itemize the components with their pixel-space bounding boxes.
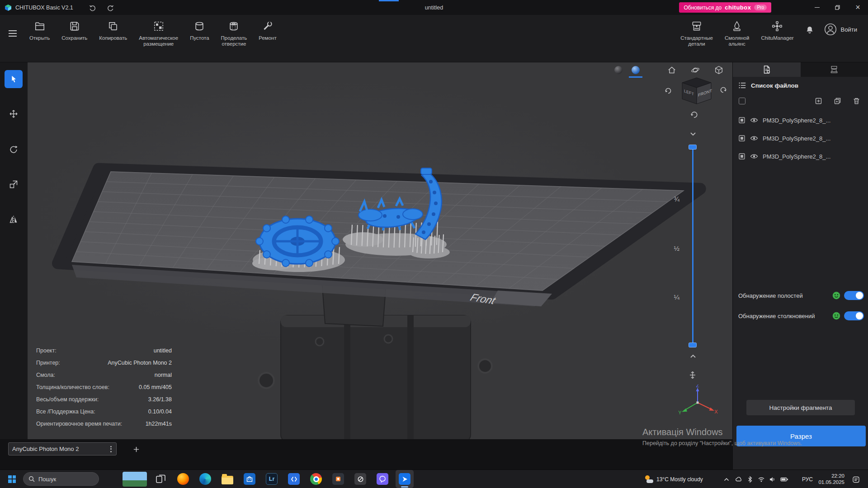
render-mode-transparent-button[interactable]	[629, 63, 642, 77]
toolbar-resin-alliance-button[interactable]: Смолянойальянс	[719, 15, 755, 49]
slider-collapse-bottom-button[interactable]	[687, 352, 699, 361]
delete-file-button[interactable]	[850, 95, 862, 107]
toolbar-save-button[interactable]: Сохранить	[56, 15, 93, 43]
close-button[interactable]: ×	[848, 0, 868, 15]
redo-icon	[107, 4, 114, 11]
widgets-button[interactable]	[123, 472, 147, 487]
right-panel: Список файлов PM3D_PolySphere2_8_... PM3…	[732, 62, 868, 469]
taskbar-search[interactable]: Пошук	[23, 472, 99, 486]
tool-mirror[interactable]	[5, 211, 23, 229]
toolbar-copy-button[interactable]: Копировать	[93, 15, 133, 43]
restore-button[interactable]	[827, 0, 848, 15]
taskbar-app-store[interactable]	[241, 470, 259, 488]
printer-menu-icon[interactable]	[109, 445, 113, 453]
toolbar-hollow-button[interactable]: Пустота	[184, 15, 215, 43]
file-row[interactable]: PM3D_PolySphere2_8_...	[733, 147, 868, 165]
toolbar-chitumanager-button[interactable]: ChituManager	[755, 15, 799, 43]
file-row[interactable]: PM3D_PolySphere2_8_...	[733, 111, 868, 129]
tray-date: 01.05.2025	[816, 479, 844, 486]
reset-height-range-button[interactable]	[686, 369, 699, 381]
home-view-button[interactable]	[665, 64, 678, 76]
minimize-button[interactable]	[807, 0, 827, 15]
rotate-view-ccw-button[interactable]	[689, 109, 699, 120]
lightroom-icon: Lr	[266, 473, 278, 485]
editor-app-icon	[332, 473, 344, 485]
layer-slider-top-handle[interactable]	[689, 145, 697, 150]
tab-file-list[interactable]	[733, 62, 801, 77]
taskbar-app-chrome[interactable]	[307, 470, 325, 488]
transparent-sphere-icon	[632, 66, 640, 74]
orbit-view-button[interactable]	[689, 64, 702, 76]
undo-icon	[89, 4, 96, 11]
file-row[interactable]: PM3D_PolySphere2_8_...	[733, 129, 868, 147]
select-all-checkbox[interactable]	[739, 98, 745, 104]
weather-sun-cloud-icon	[644, 475, 653, 484]
rotate-view-left-button[interactable]	[663, 86, 673, 96]
toolbar-open-button[interactable]: Открыть	[24, 15, 56, 43]
axis-x-label: X	[714, 409, 718, 414]
toolbar-repair-button[interactable]: Ремонт	[253, 15, 282, 43]
layer-slider-bottom-handle[interactable]	[689, 343, 697, 347]
start-button[interactable]	[3, 470, 21, 488]
redo-button[interactable]	[104, 0, 118, 15]
taskbar-app-task-view[interactable]	[152, 470, 170, 488]
cavity-status-smiley-icon	[832, 291, 840, 300]
collision-detection-toggle[interactable]	[844, 311, 864, 320]
login-button[interactable]: Войти	[820, 15, 865, 36]
standard-parts-icon	[691, 20, 703, 32]
tray-language[interactable]: РУС	[802, 476, 813, 483]
rotate-right-icon	[720, 86, 727, 94]
eye-visibility-icon[interactable]	[750, 154, 758, 159]
tab-print-settings[interactable]	[801, 62, 868, 77]
cavity-detection-toggle[interactable]	[844, 291, 864, 300]
perspective-cube-button[interactable]	[712, 64, 725, 76]
eye-visibility-icon[interactable]	[750, 117, 758, 123]
taskbar-app-code[interactable]	[285, 470, 303, 488]
add-group-button[interactable]	[831, 95, 843, 107]
layer-slider-track[interactable]	[692, 148, 693, 346]
toolbar-dig-hole-button[interactable]: Проделатьотверстие	[215, 15, 253, 49]
tray-icons[interactable]	[735, 470, 788, 488]
notification-center-button[interactable]	[851, 474, 861, 484]
file-name: PM3D_PolySphere2_8_...	[763, 135, 830, 142]
upgrade-pro-button[interactable]: Обновиться до chitubox Pro	[679, 2, 771, 13]
tool-scale[interactable]	[5, 175, 23, 193]
eye-visibility-icon[interactable]	[750, 136, 758, 141]
viewport[interactable]: Front	[28, 62, 732, 439]
height-range-icon	[689, 371, 697, 379]
add-printer-button[interactable]	[130, 443, 142, 455]
taskbar-app-utility[interactable]	[351, 470, 369, 488]
taskbar-app-chitubox-active[interactable]	[396, 470, 414, 488]
printer-selector[interactable]: AnyCubic Photon Mono 2	[8, 442, 117, 455]
slice-button[interactable]: Разрез	[736, 426, 866, 446]
axis-gizmo[interactable]: Z X Y	[677, 385, 718, 420]
tray-weather[interactable]: 13°C Mostly cloudy	[644, 470, 703, 488]
repair-wrench-icon	[262, 20, 274, 32]
notification-icon	[852, 476, 860, 483]
tool-translate[interactable]	[5, 105, 23, 123]
tray-clock[interactable]: 22:20 01.05.2025	[816, 473, 844, 485]
add-file-button[interactable]	[812, 95, 824, 107]
notifications-button[interactable]	[800, 19, 820, 42]
taskbar-app-explorer[interactable]	[218, 470, 236, 488]
taskbar-app-viber[interactable]	[373, 470, 392, 488]
tool-rotate[interactable]	[5, 141, 23, 159]
taskbar-app-firefox[interactable]	[174, 470, 192, 488]
taskbar-app-lightroom[interactable]: Lr	[263, 470, 281, 488]
undo-button[interactable]	[86, 0, 99, 15]
taskbar-app-edge[interactable]	[196, 470, 214, 488]
fragment-settings-button[interactable]: Настройки фрагмента	[746, 400, 855, 415]
taskbar-app-editor[interactable]	[329, 470, 347, 488]
task-view-icon	[156, 474, 166, 484]
rotate-view-right-button[interactable]	[718, 85, 728, 95]
render-mode-solid-button[interactable]	[612, 63, 625, 77]
tool-move-model[interactable]	[5, 70, 23, 88]
slider-collapse-top-button[interactable]	[687, 129, 699, 138]
tray-expand-button[interactable]	[722, 475, 731, 483]
app-logo-icon	[5, 4, 12, 11]
view-cube[interactable]: LEFT FRONT	[677, 76, 716, 108]
toolbar-standard-parts-button[interactable]: Стандартныедетали	[675, 15, 719, 49]
toolbar-auto-layout-button[interactable]: Автоматическоеразмещение	[133, 15, 184, 49]
windows-logo-icon	[8, 475, 16, 483]
main-menu-button[interactable]	[5, 27, 21, 40]
